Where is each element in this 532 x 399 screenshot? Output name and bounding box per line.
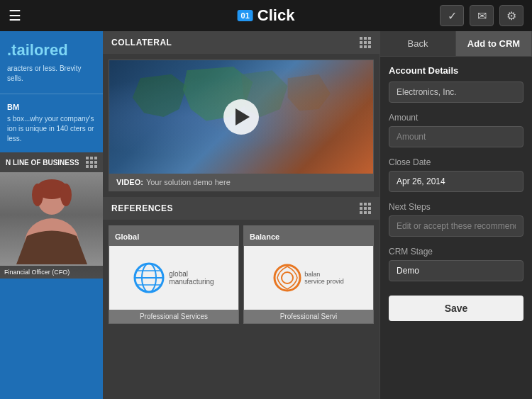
mail-icon: ✉ (477, 9, 487, 23)
hamburger-icon[interactable]: ☰ (9, 7, 21, 24)
left-bottom-header: N LINE OF BUSINESS (0, 152, 103, 172)
global-sub: manufacturing (169, 278, 214, 286)
balance-logo: balan service provid (273, 264, 344, 292)
ref-global-footer-text: Professional Services (115, 313, 233, 320)
check-button[interactable]: ✓ (440, 5, 464, 26)
collateral-title: COLLATERAL (111, 38, 172, 47)
left-card-mid: BM s box...why your company's ion is uni… (0, 94, 103, 152)
play-triangle-icon (235, 108, 250, 125)
mail-button[interactable]: ✉ (470, 5, 494, 26)
balance-name: balan (304, 271, 344, 278)
left-panel: .tailored aracters or less. Brevity sell… (0, 31, 103, 399)
nav-actions: ✓ ✉ ⚙ (440, 5, 523, 26)
ref-global-title: Global (115, 232, 139, 241)
references-section: REFERENCES Global (103, 197, 379, 330)
video-tag: VIDEO: (116, 178, 143, 186)
person-image: Financial Officer (CFO) (0, 172, 103, 279)
gear-icon: ⚙ (506, 9, 516, 23)
reference-card-global[interactable]: Global global (109, 225, 239, 324)
company-name: .tailored (7, 41, 96, 60)
gear-button[interactable]: ⚙ (499, 5, 523, 26)
ref-global-footer: Professional Services (109, 310, 238, 323)
next-steps-field-group: Next Steps (389, 202, 523, 237)
add-to-crm-button[interactable]: Add to CRM (456, 31, 532, 56)
balance-logo-icon (273, 264, 301, 292)
person-title: Financial Officer (CFO) (0, 266, 103, 279)
close-date-input[interactable] (389, 171, 523, 192)
amount-label: Amount (389, 113, 523, 123)
video-container: VIDEO: Your solution demo here (109, 60, 374, 191)
right-panel-content: Account Details Amount Close Date Next S… (380, 57, 532, 399)
left-card-top: .tailored aracters or less. Brevity sell… (0, 31, 103, 94)
ref-balance-body: balan service provid (244, 246, 373, 310)
ref-balance-footer: Professional Servi (244, 310, 373, 323)
balance-text: balan service provid (304, 271, 344, 285)
references-header: REFERENCES (103, 197, 379, 220)
person-silhouette (16, 179, 87, 264)
bottom-section-label: N LINE OF BUSINESS (6, 159, 79, 167)
collateral-section: COLLATERAL (103, 31, 379, 191)
crm-stage-label: CRM Stage (389, 247, 523, 257)
video-thumbnail[interactable] (109, 60, 373, 174)
right-panel: Back Add to CRM Account Details Amount C… (379, 31, 532, 399)
global-name: global (169, 270, 214, 278)
reference-card-balance[interactable]: Balance balan service provid (243, 225, 374, 324)
check-icon: ✓ (448, 9, 457, 23)
ref-balance-footer-text: Professional Servi (250, 313, 367, 320)
mid-label: BM (7, 103, 96, 111)
close-date-label: Close Date (389, 157, 523, 167)
global-logo-icon (133, 262, 165, 293)
references-grid: Global global (103, 220, 379, 330)
svg-point-10 (275, 265, 300, 291)
svg-point-3 (60, 184, 72, 206)
global-text: global manufacturing (169, 270, 214, 286)
top-navbar: ☰ 01 Click ✓ ✉ ⚙ (0, 0, 532, 31)
ref-card-balance-header: Balance (244, 226, 373, 246)
amount-input[interactable] (389, 126, 523, 147)
ref-card-global-header: Global (109, 226, 238, 246)
tagline: aracters or less. Brevity sells. (7, 64, 96, 84)
references-grid-icon[interactable] (360, 203, 371, 214)
next-steps-input[interactable] (389, 215, 523, 237)
collateral-header: COLLATERAL (103, 31, 379, 54)
crm-stage-field-group: CRM Stage (389, 247, 523, 281)
back-button[interactable]: Back (380, 31, 456, 56)
logo-name: Click (257, 6, 295, 25)
right-panel-header: Back Add to CRM (380, 31, 532, 57)
references-title: REFERENCES (111, 203, 173, 213)
balance-sub: service provid (304, 278, 344, 285)
ref-global-body: global manufacturing (109, 246, 238, 310)
form-title: Account Details (389, 65, 523, 76)
logo-prefix: 01 (238, 10, 253, 21)
video-desc: Your solution demo here (146, 178, 231, 186)
account-field-group (389, 82, 523, 103)
collateral-grid-icon[interactable] (360, 37, 371, 48)
video-label-bar: VIDEO: Your solution demo here (109, 174, 373, 191)
play-button[interactable] (223, 99, 259, 135)
next-steps-label: Next Steps (389, 202, 523, 212)
app-logo: 01 Click (238, 6, 295, 25)
global-logo: global manufacturing (133, 262, 214, 293)
crm-stage-input[interactable] (389, 260, 523, 281)
left-card-bottom: N LINE OF BUSINESS (0, 152, 103, 279)
amount-field-group: Amount (389, 113, 523, 147)
account-input[interactable] (389, 82, 523, 103)
ref-balance-title: Balance (250, 232, 279, 241)
main-layout: .tailored aracters or less. Brevity sell… (0, 31, 532, 399)
save-button[interactable]: Save (389, 296, 523, 321)
svg-point-2 (32, 184, 43, 206)
svg-point-11 (282, 272, 293, 283)
center-panel: COLLATERAL (103, 31, 379, 399)
mid-text: s box...why your company's ion is unique… (7, 114, 96, 144)
grid-icon[interactable] (86, 157, 97, 168)
close-date-field-group: Close Date (389, 157, 523, 192)
